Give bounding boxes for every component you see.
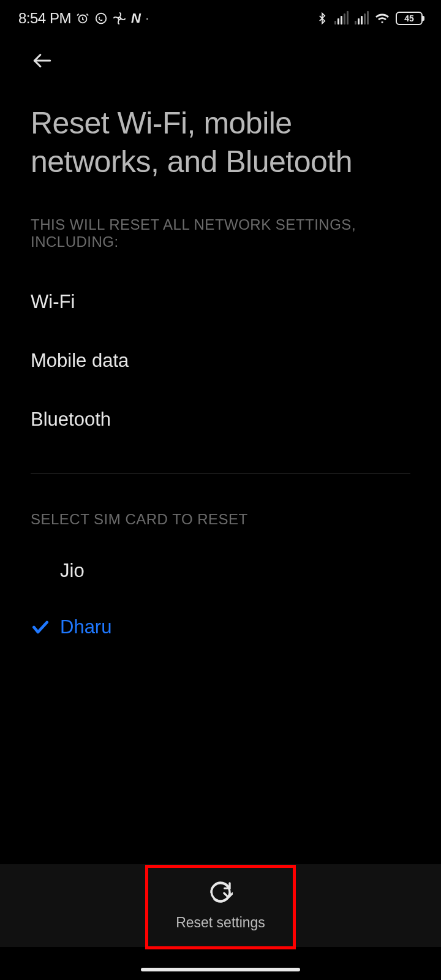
sim-select-header: SELECT SIM CARD TO RESET [0,474,441,528]
bottom-action-bar: Reset settings [0,864,441,947]
battery-icon: 45 [396,12,423,25]
check-icon [31,617,60,637]
whatsapp-icon [94,12,108,25]
alarm-icon [76,12,89,25]
sim-label: Jio [60,560,85,582]
bluetooth-icon [316,12,328,24]
reset-item-wifi: Wi-Fi [31,273,410,331]
more-dot-icon: · [146,13,149,24]
reset-item-bluetooth: Bluetooth [31,390,410,449]
battery-level: 45 [404,13,414,23]
reset-settings-button[interactable]: Reset settings [145,866,296,946]
svg-point-1 [96,13,107,24]
status-time: 8:54 PM [18,10,71,27]
sim-list: Jio Dharu [0,528,441,655]
signal-sim2-icon [355,12,369,24]
status-left: 8:54 PM N · [18,10,149,27]
status-right: 45 [316,11,423,26]
reset-list: Wi-Fi Mobile data Bluetooth [0,251,441,449]
sim-option-dharu[interactable]: Dharu [31,599,410,655]
toolbar [0,32,441,75]
sim-label: Dharu [60,616,111,638]
gesture-nav-bar[interactable] [141,968,300,971]
fan-icon [113,12,126,25]
back-button[interactable] [31,64,54,74]
page-title: Reset Wi-Fi, mobile networks, and Blueto… [0,75,441,181]
signal-sim1-icon [334,12,349,24]
reset-item-mobile-data: Mobile data [31,331,410,390]
n-icon: N [131,10,141,26]
reset-icon [208,880,233,908]
svg-point-2 [118,17,121,20]
reset-button-label: Reset settings [176,914,265,931]
sim-option-jio[interactable]: Jio [31,543,410,599]
wifi-icon [375,11,390,26]
reset-includes-header: THIS WILL RESET ALL NETWORK SETTINGS, IN… [0,181,441,251]
status-bar: 8:54 PM N · 45 [0,0,441,32]
